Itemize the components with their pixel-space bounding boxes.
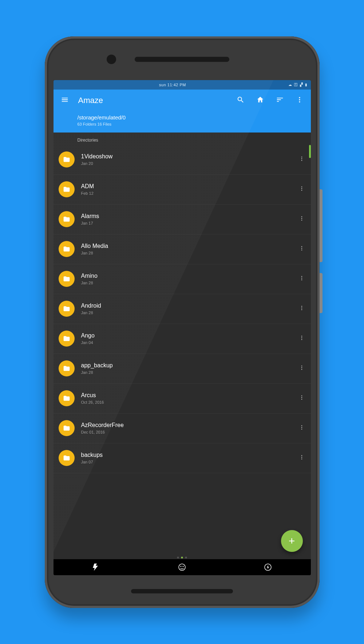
svg-point-5 xyxy=(301,160,302,161)
more-vert-icon xyxy=(296,96,303,105)
item-overflow-button[interactable] xyxy=(296,365,307,372)
more-vert-icon xyxy=(299,186,305,193)
phone-camera xyxy=(107,55,116,64)
svg-point-32 xyxy=(301,428,302,429)
item-overflow-button[interactable] xyxy=(296,424,307,432)
folder-icon xyxy=(59,211,75,227)
list-item[interactable]: Alarms Jan 17 xyxy=(54,205,311,234)
list-item[interactable]: Ango Jan 04 xyxy=(54,324,311,354)
folder-name: Alarms xyxy=(81,213,296,220)
directory-list[interactable]: 1Videoshow Jan 20 ADM Feb 12 Alarms Jan … xyxy=(54,145,311,559)
folder-date: Jan 28 xyxy=(81,370,296,375)
folder-date: Jan 28 xyxy=(81,281,296,285)
folder-icon xyxy=(59,271,75,287)
folder-date: Feb 12 xyxy=(81,191,296,195)
battery-icon: ▮ xyxy=(305,83,307,87)
item-overflow-button[interactable] xyxy=(296,275,307,283)
sort-icon xyxy=(276,96,284,105)
svg-point-17 xyxy=(301,279,302,280)
list-item-meta: Allo Media Jan 28 xyxy=(81,243,296,255)
list-item[interactable]: 1Videoshow Jan 20 xyxy=(54,145,311,175)
cloud-icon: ☁ xyxy=(288,83,292,87)
list-item-meta: AzRecorderFree Dec 01, 2016 xyxy=(81,422,296,434)
list-item[interactable]: Android Jan 28 xyxy=(54,294,311,324)
signal-icon: ▞ xyxy=(300,83,303,87)
item-overflow-button[interactable] xyxy=(296,305,307,312)
svg-point-30 xyxy=(301,425,302,426)
bottom-navigation xyxy=(54,559,311,575)
list-item[interactable]: Allo Media Jan 28 xyxy=(54,234,311,264)
more-vert-icon xyxy=(299,336,305,342)
item-overflow-button[interactable] xyxy=(296,216,307,223)
svg-point-16 xyxy=(301,278,302,278)
svg-point-29 xyxy=(301,399,302,399)
folder-name: AzRecorderFree xyxy=(81,422,296,428)
item-overflow-button[interactable] xyxy=(296,245,307,253)
search-button[interactable] xyxy=(234,94,247,107)
list-item[interactable]: app_backup Jan 28 xyxy=(54,354,311,384)
svg-point-9 xyxy=(301,216,302,217)
item-overflow-button[interactable] xyxy=(296,454,307,462)
svg-point-27 xyxy=(301,395,302,396)
list-item-meta: Android Jan 28 xyxy=(81,303,296,315)
svg-point-37 xyxy=(181,566,182,567)
list-item-meta: Alarms Jan 17 xyxy=(81,213,296,225)
list-item-meta: app_backup Jan 28 xyxy=(81,362,296,375)
folder-icon xyxy=(59,301,75,317)
more-vert-icon xyxy=(299,246,305,252)
list-item-meta: 1Videoshow Jan 20 xyxy=(81,153,296,166)
svg-point-7 xyxy=(301,188,302,189)
svg-point-33 xyxy=(301,455,302,456)
folder-file-count: 63 Folders 16 Files xyxy=(78,122,306,126)
item-overflow-button[interactable] xyxy=(296,186,307,193)
more-vert-icon xyxy=(299,395,305,402)
path-bar[interactable]: /storage/emulated/0 63 Folders 16 Files xyxy=(54,111,311,133)
sort-button[interactable] xyxy=(274,94,286,107)
scroll-indicator[interactable] xyxy=(309,145,311,158)
home-icon xyxy=(256,96,264,105)
folder-date: Dec 01, 2016 xyxy=(81,430,296,434)
bottom-nav-face[interactable] xyxy=(178,563,186,572)
menu-button[interactable] xyxy=(59,94,71,107)
item-overflow-button[interactable] xyxy=(296,156,307,163)
bottom-nav-bolt[interactable] xyxy=(264,563,272,572)
folder-icon xyxy=(59,420,75,436)
fab-add-button[interactable]: + xyxy=(281,530,303,552)
phone-side-button xyxy=(320,189,323,262)
svg-point-3 xyxy=(301,157,302,157)
phone-frame: sun 11:42 PM ☁ ⚿ ▞ ▮ Amaze xyxy=(45,36,320,608)
item-overflow-button[interactable] xyxy=(296,395,307,402)
list-item[interactable]: Arcus Oct 26, 2016 xyxy=(54,384,311,414)
svg-point-20 xyxy=(301,309,302,310)
android-status-bar: sun 11:42 PM ☁ ⚿ ▞ ▮ xyxy=(54,80,311,90)
svg-point-38 xyxy=(183,566,184,567)
folder-name: app_backup xyxy=(81,362,296,369)
list-item[interactable]: Amino Jan 28 xyxy=(54,264,311,294)
folder-name: Arcus xyxy=(81,392,296,399)
phone-speaker-top xyxy=(135,57,229,62)
key-icon: ⚿ xyxy=(294,83,298,87)
svg-point-2 xyxy=(299,101,300,102)
folder-name: Ango xyxy=(81,332,296,339)
svg-point-35 xyxy=(301,458,302,459)
page-indicator xyxy=(177,557,187,558)
svg-point-23 xyxy=(301,339,302,340)
folder-icon xyxy=(59,360,75,376)
phone-speaker-bottom xyxy=(131,589,233,593)
folder-icon xyxy=(59,390,75,406)
svg-point-11 xyxy=(301,220,302,220)
svg-point-22 xyxy=(301,337,302,338)
folder-icon xyxy=(59,181,75,197)
home-button[interactable] xyxy=(254,94,266,107)
svg-point-24 xyxy=(301,366,302,366)
item-overflow-button[interactable] xyxy=(296,335,307,342)
list-item-meta: Amino Jan 28 xyxy=(81,273,296,285)
list-item[interactable]: AzRecorderFree Dec 01, 2016 xyxy=(54,414,311,443)
bottom-nav-flash[interactable] xyxy=(92,563,100,572)
overflow-button[interactable] xyxy=(293,94,306,107)
more-vert-icon xyxy=(299,306,305,312)
list-item[interactable]: ADM Feb 12 xyxy=(54,175,311,205)
list-item[interactable]: backups Jan 07 xyxy=(54,443,311,473)
folder-date: Jan 04 xyxy=(81,340,296,345)
svg-point-26 xyxy=(301,369,302,370)
